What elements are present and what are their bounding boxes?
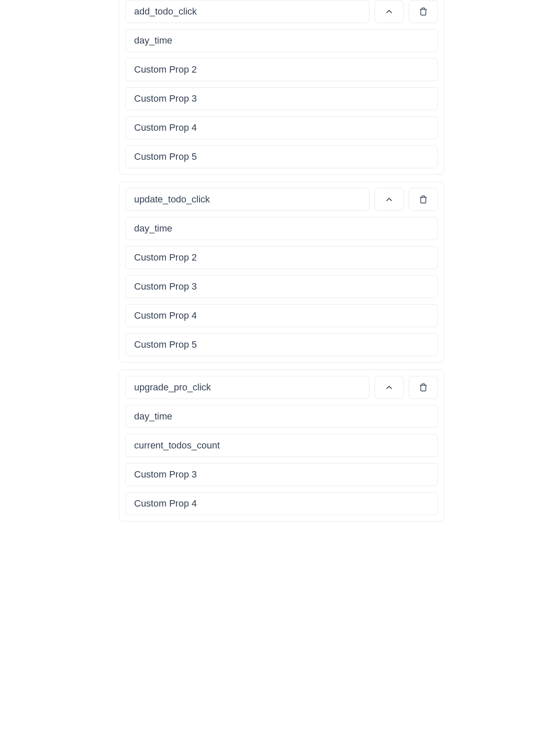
event-card: add_todo_click day_time Custom Prop 2 Cu… <box>119 0 444 175</box>
event-name-input[interactable]: update_todo_click <box>125 188 369 211</box>
delete-button[interactable] <box>409 376 438 399</box>
event-card: update_todo_click day_time Custom Prop 2… <box>119 182 444 363</box>
event-card: upgrade_pro_click day_time current_todos… <box>119 369 444 522</box>
event-header-row: add_todo_click <box>125 0 438 23</box>
delete-button[interactable] <box>409 188 438 211</box>
event-name-input[interactable]: upgrade_pro_click <box>125 376 369 399</box>
collapse-button[interactable] <box>375 188 404 211</box>
prop-row[interactable]: current_todos_count <box>125 434 438 457</box>
prop-row[interactable]: Custom Prop 2 <box>125 246 438 269</box>
prop-row[interactable]: Custom Prop 3 <box>125 463 438 486</box>
prop-row[interactable]: Custom Prop 3 <box>125 275 438 298</box>
chevron-up-icon <box>384 195 394 204</box>
collapse-button[interactable] <box>375 0 404 23</box>
prop-row[interactable]: Custom Prop 5 <box>125 145 438 168</box>
chevron-up-icon <box>384 383 394 392</box>
trash-icon <box>419 7 428 16</box>
prop-row[interactable]: day_time <box>125 405 438 428</box>
prop-row[interactable]: day_time <box>125 29 438 52</box>
prop-row[interactable]: day_time <box>125 217 438 240</box>
events-list: add_todo_click day_time Custom Prop 2 Cu… <box>119 0 444 522</box>
trash-icon <box>419 195 428 204</box>
event-name-input[interactable]: add_todo_click <box>125 0 369 23</box>
prop-row[interactable]: Custom Prop 4 <box>125 116 438 139</box>
prop-row[interactable]: Custom Prop 5 <box>125 333 438 356</box>
prop-row[interactable]: Custom Prop 3 <box>125 87 438 110</box>
prop-row[interactable]: Custom Prop 4 <box>125 492 438 515</box>
collapse-button[interactable] <box>375 376 404 399</box>
delete-button[interactable] <box>409 0 438 23</box>
chevron-up-icon <box>384 7 394 16</box>
event-header-row: update_todo_click <box>125 188 438 211</box>
trash-icon <box>419 383 428 392</box>
prop-row[interactable]: Custom Prop 4 <box>125 304 438 327</box>
event-header-row: upgrade_pro_click <box>125 376 438 399</box>
prop-row[interactable]: Custom Prop 2 <box>125 58 438 81</box>
